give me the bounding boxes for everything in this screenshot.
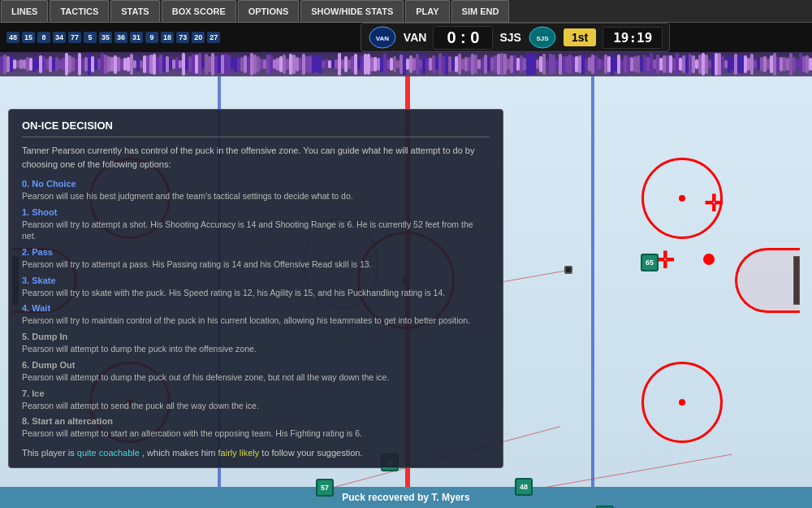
puck bbox=[564, 266, 572, 274]
option-desc-4: Pearson will try to maintain control of … bbox=[22, 315, 490, 327]
option-label-0[interactable]: 0. No Choice bbox=[22, 179, 490, 189]
decision-option-1[interactable]: 1. ShootPearson will try to attempt a sh… bbox=[22, 207, 490, 242]
jersey-number: 48 bbox=[6, 32, 19, 43]
decision-option-7[interactable]: 7. IcePearson will attempt to send the p… bbox=[22, 389, 490, 412]
jersey-number: 36 bbox=[114, 32, 127, 43]
blue-line-right bbox=[591, 76, 594, 487]
decision-option-5[interactable]: 5. Dump InPearson will attempt to dump t… bbox=[22, 332, 490, 355]
scoreboard: 4815834775353631918732027 VAN VAN 0 : 0 … bbox=[0, 23, 812, 52]
option-label-1[interactable]: 1. Shoot bbox=[22, 207, 490, 217]
jersey-number: 77 bbox=[68, 32, 81, 43]
jersey-number: 73 bbox=[176, 32, 189, 43]
red-dot-right bbox=[703, 254, 715, 265]
option-label-8[interactable]: 8. Start an altercation bbox=[22, 416, 490, 426]
jersey-number: 20 bbox=[192, 32, 205, 43]
option-desc-0: Pearson will use his best judgment and t… bbox=[22, 190, 490, 202]
nav-lines[interactable]: LINES bbox=[1, 0, 48, 23]
decision-panel: ON-ICE DECISION Tanner Pearson currently… bbox=[8, 109, 503, 468]
sjs-logo: SJS bbox=[528, 25, 557, 50]
jersey-number: 18 bbox=[161, 32, 174, 43]
option-desc-3: Pearson will try to skate with the puck.… bbox=[22, 287, 490, 299]
jersey-number: 35 bbox=[99, 32, 112, 43]
option-label-6[interactable]: 6. Dump Out bbox=[22, 360, 490, 370]
crease-right bbox=[735, 248, 800, 313]
nav-bar: LINES TACTICS STATS BOX SCORE OPTIONS SH… bbox=[0, 0, 812, 23]
jersey-number: 8 bbox=[37, 32, 50, 43]
score-display: 0 : 0 bbox=[433, 26, 493, 50]
decision-option-6[interactable]: 6. Dump OutPearson will attempt to dump … bbox=[22, 360, 490, 384]
nav-boxscore[interactable]: BOX SCORE bbox=[162, 0, 236, 23]
option-desc-7: Pearson will attempt to send the puck al… bbox=[22, 400, 490, 412]
coachable-line: This player is quite coachable , which m… bbox=[22, 448, 490, 458]
player-token-65[interactable]: 65 bbox=[641, 254, 659, 271]
van-logo: VAN bbox=[368, 25, 397, 50]
jersey-number: 34 bbox=[53, 32, 66, 43]
decision-option-0[interactable]: 0. No ChoicePearson will use his best ju… bbox=[22, 179, 490, 202]
target-top-right: ✛ bbox=[704, 190, 723, 217]
option-label-7[interactable]: 7. Ice bbox=[22, 389, 490, 398]
option-desc-6: Pearson will attempt to dump the puck ou… bbox=[22, 371, 490, 384]
nav-play[interactable]: PLAY bbox=[405, 0, 449, 23]
decision-option-4[interactable]: 4. WaitPearson will try to maintain cont… bbox=[22, 303, 490, 327]
option-label-4[interactable]: 4. Wait bbox=[22, 303, 490, 313]
status-text: Puck recovered by T. Myers bbox=[342, 492, 469, 503]
time-display: 19:19 bbox=[603, 27, 663, 49]
decision-options: 0. No ChoicePearson will use his best ju… bbox=[22, 179, 490, 440]
nav-options[interactable]: OPTIONS bbox=[238, 0, 300, 23]
shooting-line-3 bbox=[532, 454, 732, 490]
jersey-numbers: 4815834775353631918732027 bbox=[6, 32, 220, 43]
svg-text:SJS: SJS bbox=[536, 35, 549, 42]
status-bar: Puck recovered by T. Myers bbox=[0, 487, 812, 508]
rink: // Generate crowd pixels inline after lo… bbox=[0, 52, 812, 508]
player-token-48[interactable]: 48 bbox=[515, 478, 533, 496]
jersey-number: 9 bbox=[145, 32, 158, 43]
decision-title: ON-ICE DECISION bbox=[22, 119, 490, 137]
option-label-5[interactable]: 5. Dump In bbox=[22, 332, 490, 341]
nav-tactics[interactable]: TACTICS bbox=[50, 0, 109, 23]
decision-option-8[interactable]: 8. Start an altercationPearson will atte… bbox=[22, 416, 490, 440]
option-desc-2: Pearson will try to attempt a pass. His … bbox=[22, 258, 490, 271]
jersey-number: 31 bbox=[130, 32, 143, 43]
nav-stats[interactable]: STATS bbox=[110, 0, 159, 23]
jersey-number: 15 bbox=[22, 32, 35, 43]
decision-option-2[interactable]: 2. PassPearson will try to attempt a pas… bbox=[22, 247, 490, 271]
option-desc-1: Pearson will try to attempt a shot. His … bbox=[22, 219, 490, 242]
crowd-area: // Generate crowd pixels inline after lo… bbox=[0, 52, 812, 76]
jersey-number: 5 bbox=[84, 32, 97, 43]
home-team-name: VAN bbox=[404, 31, 427, 44]
option-label-2[interactable]: 2. Pass bbox=[22, 247, 490, 257]
nav-showhide[interactable]: SHOW/HIDE STATS bbox=[300, 0, 404, 23]
away-team-name: SJS bbox=[499, 31, 520, 44]
faceoff-circle-bottom-right bbox=[641, 362, 723, 443]
svg-text:VAN: VAN bbox=[376, 35, 390, 42]
option-desc-5: Pearson will attempt to dump the puck in… bbox=[22, 343, 490, 355]
nav-simend[interactable]: SIM END bbox=[451, 0, 510, 23]
player-token-57[interactable]: 57 bbox=[316, 479, 334, 497]
score-panel: VAN VAN 0 : 0 SJS SJS 1st 19:19 bbox=[361, 23, 670, 52]
period-display: 1st bbox=[564, 28, 596, 46]
decision-option-3[interactable]: 3. SkatePearson will try to skate with t… bbox=[22, 276, 490, 299]
decision-intro: Tanner Pearson currently has control of … bbox=[22, 144, 490, 171]
option-label-3[interactable]: 3. Skate bbox=[22, 276, 490, 285]
option-desc-8: Pearson will attempt to start an alterca… bbox=[22, 428, 490, 440]
jersey-number: 27 bbox=[207, 32, 220, 43]
